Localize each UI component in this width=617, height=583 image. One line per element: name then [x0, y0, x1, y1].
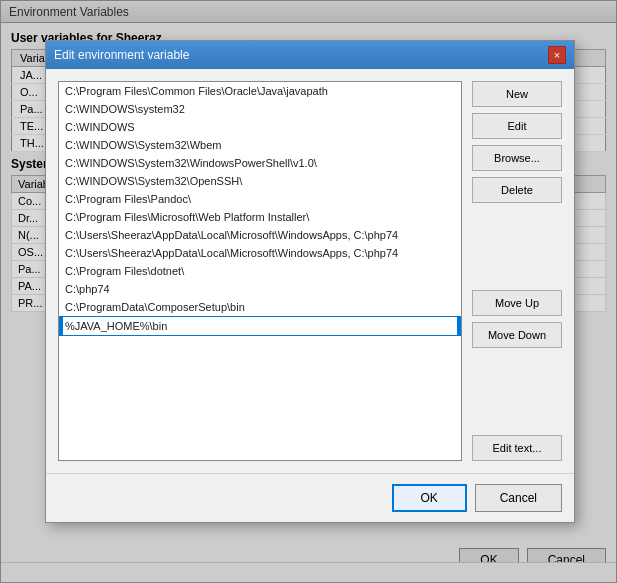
move-down-button[interactable]: Move Down — [472, 322, 562, 348]
list-item[interactable]: C:\Program Files\Common Files\Oracle\Jav… — [59, 82, 461, 100]
move-up-button[interactable]: Move Up — [472, 290, 562, 316]
list-item[interactable] — [59, 316, 461, 336]
modal-footer: OK Cancel — [46, 473, 574, 522]
list-item[interactable]: C:\WINDOWS\System32\Wbem — [59, 136, 461, 154]
cancel-button[interactable]: Cancel — [475, 484, 562, 512]
list-item[interactable]: C:\ProgramData\ComposerSetup\bin — [59, 298, 461, 316]
ok-button[interactable]: OK — [392, 484, 467, 512]
list-item[interactable]: C:\WINDOWS\System32\OpenSSH\ — [59, 172, 461, 190]
modal-close-button[interactable]: × — [548, 46, 566, 64]
env-variables-list[interactable]: C:\Program Files\Common Files\Oracle\Jav… — [58, 81, 462, 461]
action-buttons-panel: New Edit Browse... Delete Move Up Move D… — [472, 81, 562, 461]
list-item[interactable]: C:\Users\Sheeraz\AppData\Local\Microsoft… — [59, 244, 461, 262]
list-item[interactable]: C:\Users\Sheeraz\AppData\Local\Microsoft… — [59, 226, 461, 244]
list-item[interactable]: C:\WINDOWS — [59, 118, 461, 136]
edit-text-button[interactable]: Edit text... — [472, 435, 562, 461]
list-item[interactable]: C:\WINDOWS\System32\WindowsPowerShell\v1… — [59, 154, 461, 172]
modal-title-bar: Edit environment variable × — [46, 41, 574, 69]
edit-button[interactable]: Edit — [472, 113, 562, 139]
edit-env-variable-dialog: Edit environment variable × C:\Program F… — [45, 40, 575, 523]
modal-title: Edit environment variable — [54, 48, 189, 62]
new-button[interactable]: New — [472, 81, 562, 107]
modal-body: C:\Program Files\Common Files\Oracle\Jav… — [46, 69, 574, 473]
list-item[interactable]: C:\Program Files\Microsoft\Web Platform … — [59, 208, 461, 226]
list-item[interactable]: C:\Program Files\Pandoc\ — [59, 190, 461, 208]
list-item[interactable]: C:\WINDOWS\system32 — [59, 100, 461, 118]
list-item[interactable]: C:\php74 — [59, 280, 461, 298]
list-item[interactable]: C:\Program Files\dotnet\ — [59, 262, 461, 280]
delete-button[interactable]: Delete — [472, 177, 562, 203]
editing-input[interactable] — [63, 317, 457, 335]
browse-button[interactable]: Browse... — [472, 145, 562, 171]
